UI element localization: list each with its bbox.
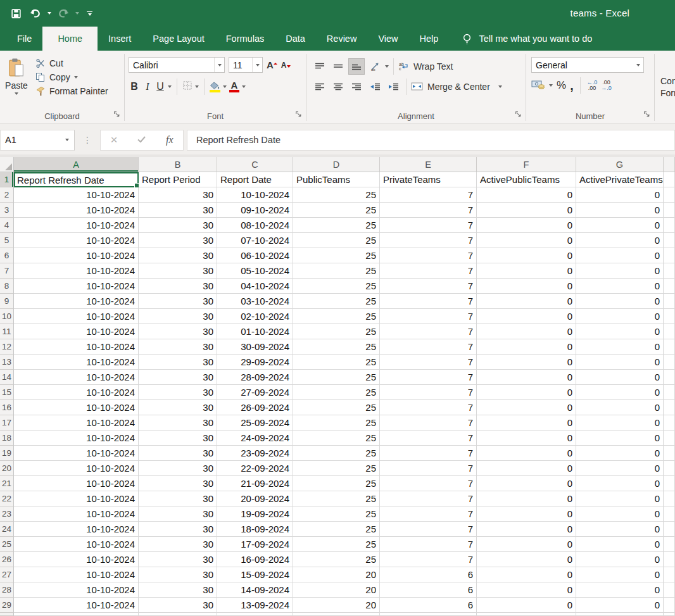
cell-G11[interactable]: 0 [576, 324, 664, 339]
column-header-D[interactable]: D [293, 157, 380, 172]
cell-H14[interactable] [664, 370, 675, 385]
align-left-button[interactable] [312, 79, 328, 95]
cell-H18[interactable] [664, 431, 675, 446]
cell-A4[interactable]: 10-10-2024 [14, 218, 139, 233]
cell-G20[interactable]: 0 [576, 461, 664, 476]
row-header-18[interactable]: 18 [0, 431, 14, 446]
cell-H6[interactable] [664, 248, 675, 263]
cell-G1[interactable]: ActivePrivateTeams [576, 172, 664, 187]
cell-G13[interactable]: 0 [576, 355, 664, 370]
row-header-23[interactable]: 23 [0, 506, 14, 522]
tab-review[interactable]: Review [316, 27, 368, 51]
wrap-text-button[interactable]: ab c [398, 58, 409, 75]
column-header-B[interactable]: B [139, 157, 217, 172]
cell-A14[interactable]: 10-10-2024 [14, 370, 139, 385]
increase-decimal-button[interactable]: ←.0 .00 [587, 80, 598, 91]
copy-button[interactable]: Copy [33, 71, 111, 84]
cell-G12[interactable]: 0 [576, 339, 664, 355]
cell-H24[interactable] [664, 522, 675, 537]
cell-F11[interactable]: 0 [477, 324, 576, 339]
row-header-1[interactable]: 1 [0, 172, 14, 187]
cell-E9[interactable]: 7 [380, 294, 477, 309]
orientation-dropdown-caret[interactable] [385, 65, 389, 68]
cell-H15[interactable] [664, 385, 675, 400]
cell-D14[interactable]: 25 [293, 370, 380, 385]
cell-B16[interactable]: 30 [139, 400, 217, 415]
cell-A9[interactable]: 10-10-2024 [14, 294, 139, 309]
tab-help[interactable]: Help [409, 27, 450, 51]
font-dialog-launcher[interactable] [295, 109, 302, 120]
column-header-C[interactable]: C [217, 157, 293, 172]
cell-B7[interactable]: 30 [139, 263, 217, 279]
cell-A25[interactable]: 10-10-2024 [14, 537, 139, 552]
bold-button[interactable]: B [129, 81, 140, 92]
cell-G7[interactable]: 0 [576, 263, 664, 279]
cell-B12[interactable]: 30 [139, 339, 217, 355]
cell-E19[interactable]: 7 [380, 446, 477, 461]
cell-F20[interactable]: 0 [477, 461, 576, 476]
cell-A7[interactable]: 10-10-2024 [14, 263, 139, 279]
cell-E21[interactable]: 7 [380, 476, 477, 491]
cell-E24[interactable]: 7 [380, 522, 477, 537]
name-box[interactable]: A1 [0, 130, 75, 151]
increase-font-size-button[interactable]: A [267, 60, 277, 70]
cell-F10[interactable]: 0 [477, 309, 576, 324]
redo-dropdown-caret[interactable] [75, 12, 79, 15]
cell-C18[interactable]: 24-09-2024 [217, 431, 293, 446]
cell-partial[interactable] [664, 613, 675, 616]
cell-F16[interactable]: 0 [477, 400, 576, 415]
cell-D12[interactable]: 25 [293, 339, 380, 355]
cell-D9[interactable]: 25 [293, 294, 380, 309]
cell-C14[interactable]: 28-09-2024 [217, 370, 293, 385]
cell-F4[interactable]: 0 [477, 218, 576, 233]
cell-G8[interactable]: 0 [576, 279, 664, 294]
row-header-partial[interactable] [0, 613, 14, 616]
cell-F18[interactable]: 0 [477, 431, 576, 446]
column-header-partial[interactable] [664, 157, 675, 172]
cell-D5[interactable]: 25 [293, 233, 380, 248]
cell-F24[interactable]: 0 [477, 522, 576, 537]
cell-B1[interactable]: Report Period [139, 172, 217, 187]
cell-D28[interactable]: 20 [293, 582, 380, 598]
cell-D7[interactable]: 25 [293, 263, 380, 279]
cell-B6[interactable]: 30 [139, 248, 217, 263]
cell-C8[interactable]: 04-10-2024 [217, 279, 293, 294]
cell-B15[interactable]: 30 [139, 385, 217, 400]
cell-C15[interactable]: 27-09-2024 [217, 385, 293, 400]
cell-E12[interactable]: 7 [380, 339, 477, 355]
select-all-corner[interactable] [0, 157, 14, 172]
cell-C7[interactable]: 05-10-2024 [217, 263, 293, 279]
cell-G3[interactable]: 0 [576, 203, 664, 218]
cell-E22[interactable]: 7 [380, 491, 477, 506]
top-align-button[interactable] [312, 58, 328, 75]
row-header-19[interactable]: 19 [0, 446, 14, 461]
merge-center-dropdown-caret[interactable] [498, 85, 502, 88]
row-header-21[interactable]: 21 [0, 476, 14, 491]
row-header-15[interactable]: 15 [0, 385, 14, 400]
cell-A28[interactable]: 10-10-2024 [14, 582, 139, 598]
cell-B8[interactable]: 30 [139, 279, 217, 294]
cell-G19[interactable]: 0 [576, 446, 664, 461]
cell-D25[interactable]: 25 [293, 537, 380, 552]
row-header-7[interactable]: 7 [0, 263, 14, 279]
cell-B19[interactable]: 30 [139, 446, 217, 461]
cell-A16[interactable]: 10-10-2024 [14, 400, 139, 415]
cell-E11[interactable]: 7 [380, 324, 477, 339]
row-header-13[interactable]: 13 [0, 355, 14, 370]
cell-G29[interactable]: 0 [576, 598, 664, 613]
cell-G21[interactable]: 0 [576, 476, 664, 491]
cell-partial[interactable] [14, 613, 139, 616]
cell-partial[interactable] [477, 613, 576, 616]
cell-C10[interactable]: 02-10-2024 [217, 309, 293, 324]
font-name-select[interactable]: Calibri [129, 57, 225, 73]
cell-C12[interactable]: 30-09-2024 [217, 339, 293, 355]
row-header-10[interactable]: 10 [0, 309, 14, 324]
cell-F21[interactable]: 0 [477, 476, 576, 491]
cell-C24[interactable]: 18-09-2024 [217, 522, 293, 537]
cell-B4[interactable]: 30 [139, 218, 217, 233]
row-header-27[interactable]: 27 [0, 567, 14, 582]
cell-H10[interactable] [664, 309, 675, 324]
cell-F14[interactable]: 0 [477, 370, 576, 385]
cell-H17[interactable] [664, 415, 675, 431]
cell-A13[interactable]: 10-10-2024 [14, 355, 139, 370]
